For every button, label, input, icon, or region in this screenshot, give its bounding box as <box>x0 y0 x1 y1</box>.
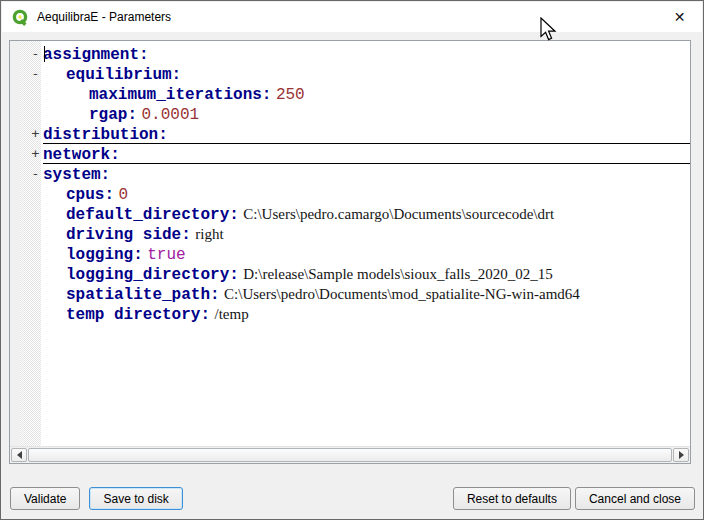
window-title: AequilibraE - Parameters <box>37 10 171 24</box>
title-bar[interactable]: AequilibraE - Parameters ✕ <box>2 2 702 32</box>
fold-collapse-icon[interactable]: - <box>29 44 42 64</box>
fold-collapse-icon[interactable]: - <box>29 64 42 84</box>
yaml-line: +distribution: <box>43 124 690 144</box>
scroll-left-button[interactable] <box>11 448 27 462</box>
yaml-value: C:\Users\pedro.camargo\Documents\sourcec… <box>243 206 554 222</box>
yaml-key: default_directory: <box>43 206 239 224</box>
yaml-line: maximum_iterations: 250 <box>43 84 690 104</box>
yaml-key: system: <box>43 166 110 184</box>
yaml-value: 0 <box>118 186 128 204</box>
yaml-line: -equilibrium: <box>43 64 690 84</box>
yaml-key: logging: <box>43 246 143 264</box>
yaml-key: rgap: <box>43 106 137 124</box>
reset-to-defaults-button[interactable]: Reset to defaults <box>453 487 571 510</box>
yaml-value: true <box>147 246 185 264</box>
yaml-key: logging_directory: <box>43 266 239 284</box>
yaml-key: network: <box>43 146 120 164</box>
fold-expand-icon[interactable]: + <box>29 124 42 144</box>
horizontal-scrollbar[interactable] <box>10 446 690 463</box>
editor-lines: -assignment:-equilibrium:maximum_iterati… <box>41 44 690 324</box>
qgis-logo-icon <box>12 9 29 26</box>
cancel-and-close-button[interactable]: Cancel and close <box>575 487 695 510</box>
yaml-key: assignment: <box>43 46 149 64</box>
scroll-right-button[interactable] <box>673 448 689 462</box>
footer-right-buttons: Reset to defaults Cancel and close <box>453 487 695 510</box>
parameters-dialog: AequilibraE - Parameters ✕ -assignment:-… <box>0 0 704 520</box>
yaml-value: right <box>195 226 223 242</box>
fold-expand-icon[interactable]: + <box>29 144 42 164</box>
yaml-key: maximum_iterations: <box>43 86 271 104</box>
yaml-parameter-editor[interactable]: -assignment:-equilibrium:maximum_iterati… <box>9 40 691 464</box>
yaml-line: temp directory: /temp <box>43 304 690 324</box>
yaml-key: cpus: <box>43 186 114 204</box>
yaml-key: equilibrium: <box>43 66 181 84</box>
yaml-value: /temp <box>214 306 248 322</box>
yaml-key: spatialite_path: <box>43 286 220 304</box>
yaml-line: +network: <box>43 144 690 164</box>
scrollbar-thumb[interactable] <box>28 448 672 462</box>
editor-fold-margin[interactable] <box>20 41 41 446</box>
save-to-disk-button[interactable]: Save to disk <box>89 487 182 510</box>
yaml-key: temp directory: <box>43 306 210 324</box>
yaml-line: -system: <box>43 164 690 184</box>
yaml-line: default_directory: C:\Users\pedro.camarg… <box>43 204 690 224</box>
close-button[interactable]: ✕ <box>657 2 702 32</box>
yaml-value: C:\Users\pedro\Documents\mod_spatialite-… <box>224 286 580 302</box>
yaml-line: driving side: right <box>43 224 690 244</box>
yaml-line: logging: true <box>43 244 690 264</box>
yaml-value: D:\release\Sample models\sioux_falls_202… <box>243 266 553 282</box>
editor-symbol-margin <box>10 41 20 446</box>
arrow-left-icon <box>17 451 22 459</box>
yaml-line: rgap: 0.0001 <box>43 104 690 124</box>
validate-button[interactable]: Validate <box>10 487 80 510</box>
yaml-line: spatialite_path: C:\Users\pedro\Document… <box>43 284 690 304</box>
yaml-key: driving side: <box>43 226 191 244</box>
fold-collapse-icon[interactable]: - <box>29 164 42 184</box>
editor-text-area[interactable]: -assignment:-equilibrium:maximum_iterati… <box>10 41 690 446</box>
footer-left-buttons: Validate Save to disk <box>10 487 183 510</box>
yaml-value: 0.0001 <box>141 106 199 124</box>
yaml-line: logging_directory: D:\release\Sample mod… <box>43 264 690 284</box>
text-caret <box>44 46 45 62</box>
arrow-right-icon <box>679 451 684 459</box>
yaml-key: distribution: <box>43 126 168 144</box>
yaml-value: 250 <box>276 86 305 104</box>
yaml-line: -assignment: <box>43 44 690 64</box>
yaml-line: cpus: 0 <box>43 184 690 204</box>
